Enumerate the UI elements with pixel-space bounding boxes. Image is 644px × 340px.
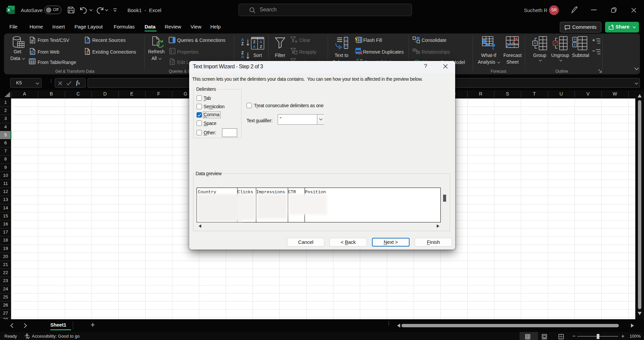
svg-text:X: X: [7, 8, 10, 12]
svg-text:?: ?: [491, 42, 496, 50]
svg-text:A: A: [253, 45, 256, 49]
svg-text:Z: Z: [253, 40, 256, 44]
svg-text:Z: Z: [260, 45, 262, 49]
svg-text:A: A: [260, 40, 262, 44]
